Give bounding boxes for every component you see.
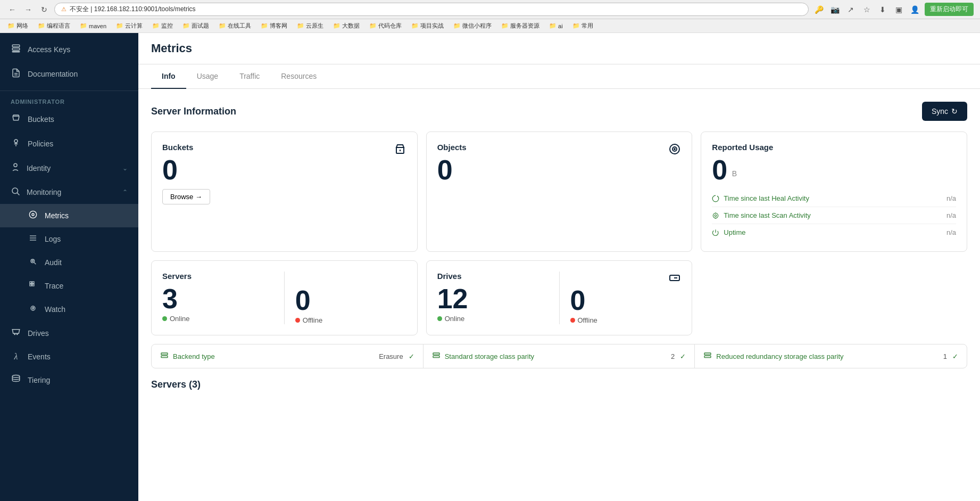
standard-parity-label: Standard storage class parity xyxy=(445,352,534,360)
tab-info[interactable]: Info xyxy=(151,64,186,89)
svg-rect-0 xyxy=(12,45,20,47)
drives-online-badge: Online xyxy=(437,315,549,323)
scan-activity-label: Time since last Scan Activity xyxy=(724,211,811,219)
sidebar-item-metrics[interactable]: Metrics xyxy=(0,204,138,227)
sidebar: Access Keys Documentation Administrator … xyxy=(0,33,138,501)
sidebar-item-buckets[interactable]: Buckets xyxy=(0,107,138,132)
standard-parity-check: ✓ xyxy=(680,352,686,360)
uptime-label: Uptime xyxy=(724,228,745,236)
browser-chrome: ← → ↻ ⚠ 不安全 | 192.168.182.110:9001/tools… xyxy=(0,0,980,19)
reported-usage-unit: B xyxy=(732,169,737,178)
sync-button[interactable]: Sync ↻ xyxy=(922,102,967,121)
refresh-button[interactable]: ↻ xyxy=(38,4,50,15)
screenshot-button[interactable]: 📷 xyxy=(829,4,841,15)
sidebar-item-watch[interactable]: Watch xyxy=(0,298,138,321)
scan-activity-value: n/a xyxy=(946,211,956,219)
bookmark-编程语言[interactable]: 📁 编程语言 xyxy=(35,21,73,31)
bookmark-网络[interactable]: 📁 网络 xyxy=(4,21,31,31)
folder-icon: 📁 xyxy=(572,22,580,29)
share-button[interactable]: ↗ xyxy=(845,4,857,15)
forward-button[interactable]: → xyxy=(22,4,34,15)
info-row: Backend type Erasure ✓ Standard storage … xyxy=(151,344,967,368)
heal-activity-row: Time since last Heal Activity n/a xyxy=(712,190,956,207)
section-title: Server Information xyxy=(151,106,236,117)
folder-icon: 📁 xyxy=(411,22,419,29)
empty-slot xyxy=(701,260,967,335)
offline-dot xyxy=(295,318,300,323)
folder-icon: 📁 xyxy=(38,22,45,29)
key-icon xyxy=(11,44,21,55)
restart-button[interactable]: 重新启动即可 xyxy=(925,3,974,16)
sidebar-label-audit: Audit xyxy=(45,258,62,267)
bookmark-大数据[interactable]: 📁 大数据 xyxy=(330,21,363,31)
bookmark-服务器资源[interactable]: 📁 服务器资源 xyxy=(498,21,543,31)
folder-icon: 📁 xyxy=(152,22,160,29)
sidebar-item-monitoring[interactable]: Monitoring ⌃ xyxy=(0,180,138,204)
svg-line-16 xyxy=(34,262,36,264)
tab-usage[interactable]: Usage xyxy=(186,64,229,89)
sidebar-item-tiering[interactable]: Tiering xyxy=(0,368,138,392)
uptime-value: n/a xyxy=(946,228,956,236)
svg-point-33 xyxy=(715,215,717,217)
drives-icon xyxy=(11,327,21,339)
heal-activity-label: Time since last Heal Activity xyxy=(724,194,809,202)
extensions-button[interactable]: 🔑 xyxy=(813,4,825,15)
tab-resources[interactable]: Resources xyxy=(270,64,327,89)
bookmark-代码仓库[interactable]: 📁 代码仓库 xyxy=(366,21,405,31)
bookmark-在线工具[interactable]: 📁 在线工具 xyxy=(215,21,254,31)
sidebar-item-logs[interactable]: Logs xyxy=(0,227,138,251)
sidebar-section-administrator: Administrator xyxy=(0,91,138,107)
svg-point-6 xyxy=(14,163,17,167)
backend-type-label: Backend type xyxy=(173,352,215,360)
drives-count: 12 xyxy=(437,285,549,313)
sidebar-item-audit[interactable]: Audit xyxy=(0,251,138,274)
bookmark-博客网[interactable]: 📁 博客网 xyxy=(258,21,290,31)
bookmark-ai[interactable]: 📁 ai xyxy=(546,21,566,30)
doc-icon xyxy=(11,68,21,80)
bookmark-面试题[interactable]: 📁 面试题 xyxy=(179,21,212,31)
bookmark-button[interactable]: ☆ xyxy=(861,4,873,15)
sidebar-item-access-keys[interactable]: Access Keys xyxy=(0,37,138,62)
profile-button[interactable]: 👤 xyxy=(909,4,920,15)
sidebar-label-metrics: Metrics xyxy=(45,211,69,220)
sidebar-label-events: Events xyxy=(28,352,51,361)
tab-traffic[interactable]: Traffic xyxy=(229,64,270,89)
reduced-parity-check: ✓ xyxy=(952,352,958,360)
browse-label: Browse → xyxy=(170,193,202,201)
policies-icon xyxy=(11,138,21,150)
svg-rect-43 xyxy=(433,356,439,357)
browse-button[interactable]: Browse → xyxy=(162,189,210,204)
folder-icon: 📁 xyxy=(501,22,509,29)
svg-rect-19 xyxy=(30,284,31,286)
address-bar[interactable]: ⚠ 不安全 | 192.168.182.110:9001/tools/metri… xyxy=(54,3,809,16)
monitoring-icon xyxy=(11,186,20,198)
backend-type-value: Erasure xyxy=(379,352,403,360)
bookmark-云计算[interactable]: 📁 云计算 xyxy=(113,21,146,31)
back-button[interactable]: ← xyxy=(6,4,18,15)
drives-card-title: Drives xyxy=(437,272,549,281)
sidebar-item-events[interactable]: λ Events xyxy=(0,346,138,368)
svg-rect-40 xyxy=(161,353,168,355)
bookmark-微信小程序[interactable]: 📁 微信小程序 xyxy=(450,21,495,31)
reported-usage-card: Reported Usage 0 B Time since last Heal … xyxy=(701,132,967,252)
download-button[interactable]: ⬇ xyxy=(877,4,888,15)
audit-icon xyxy=(28,257,38,268)
drives-card: Drives 12 Online xyxy=(426,260,693,335)
bookmark-项目实战[interactable]: 📁 项目实战 xyxy=(408,21,447,31)
trace-icon xyxy=(28,281,38,291)
bookmark-监控[interactable]: 📁 监控 xyxy=(149,21,176,31)
sidebar-item-trace[interactable]: Trace xyxy=(0,274,138,298)
sidebar-item-documentation[interactable]: Documentation xyxy=(0,62,138,86)
folder-icon: 📁 xyxy=(297,22,304,29)
metrics-icon xyxy=(28,210,38,221)
svg-rect-45 xyxy=(704,356,711,357)
bookmark-maven[interactable]: 📁 maven xyxy=(77,21,110,30)
app-container: Access Keys Documentation Administrator … xyxy=(0,33,980,501)
bookmark-云原生[interactable]: 📁 云原生 xyxy=(294,21,327,31)
sidebar-item-policies[interactable]: Policies xyxy=(0,132,138,156)
sidebar-item-identity[interactable]: Identity ⌄ xyxy=(0,156,138,180)
sidebar-item-drives[interactable]: Drives xyxy=(0,321,138,346)
bookmark-常用[interactable]: 📁 常用 xyxy=(569,21,596,31)
sidebar-toggle-button[interactable]: ▣ xyxy=(893,4,904,15)
svg-rect-17 xyxy=(30,282,31,283)
